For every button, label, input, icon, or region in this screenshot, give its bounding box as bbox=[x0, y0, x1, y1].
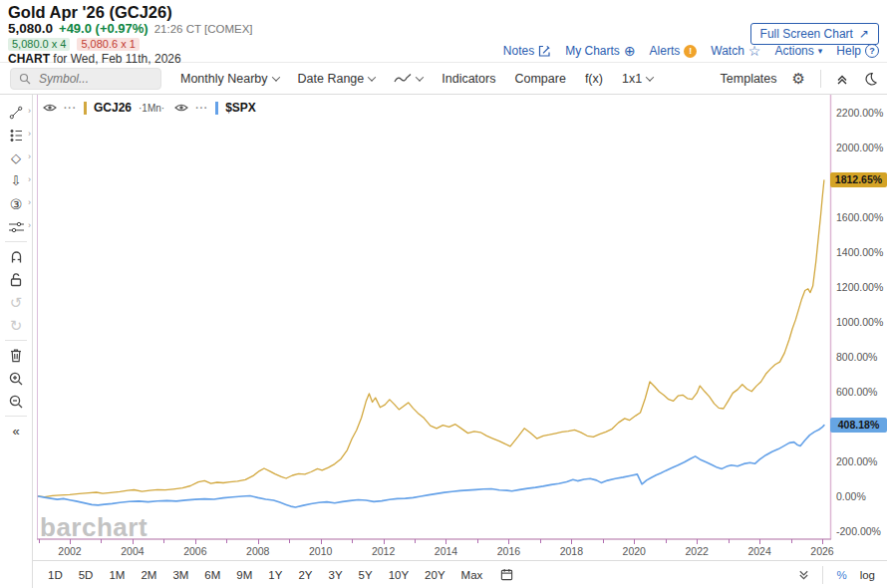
eye-visibility-icon[interactable] bbox=[43, 103, 57, 113]
chart-label: CHART bbox=[8, 52, 50, 66]
zoom-in-button[interactable] bbox=[0, 367, 32, 390]
range-button-2m[interactable]: 2M bbox=[141, 569, 156, 581]
series-color-swatch bbox=[84, 102, 87, 115]
date-range-dropdown[interactable]: Date Range bbox=[298, 72, 376, 86]
series-menu-dots[interactable]: ··· bbox=[64, 103, 77, 114]
range-button-1m[interactable]: 1M bbox=[109, 569, 125, 581]
collapse-sidebar-button[interactable]: « bbox=[0, 420, 32, 442]
range-button-6m[interactable]: 6M bbox=[204, 569, 220, 581]
wave-count-tool[interactable]: ③ › bbox=[0, 192, 32, 215]
tool-expand-chevron[interactable]: › bbox=[28, 152, 31, 161]
functions-button[interactable]: f(x) bbox=[585, 72, 603, 86]
range-button-20y[interactable]: 20Y bbox=[425, 569, 444, 581]
delete-drawings-button[interactable] bbox=[0, 344, 32, 367]
magnet-mode-tool[interactable] bbox=[0, 245, 32, 268]
fibonacci-tool[interactable]: › bbox=[0, 124, 32, 147]
quote-time: 21:26 CT [COMEX] bbox=[154, 22, 253, 36]
measure-tool[interactable]: › bbox=[0, 215, 32, 238]
star-icon: ☆ bbox=[748, 44, 761, 58]
range-button-3y[interactable]: 3Y bbox=[328, 569, 342, 581]
double-chevron-down-icon[interactable] bbox=[798, 569, 809, 580]
help-question-icon: ? bbox=[865, 44, 879, 58]
frequency-label: Monthly Nearby bbox=[180, 72, 268, 86]
log-scale-toggle[interactable]: log bbox=[860, 569, 875, 581]
tool-expand-chevron[interactable]: › bbox=[28, 130, 31, 139]
y-axis-tick-label: 200.00% bbox=[836, 455, 877, 467]
compare-label: Compare bbox=[514, 72, 565, 86]
symbol-search-input[interactable] bbox=[37, 71, 152, 87]
x-axis-minor-tick bbox=[791, 539, 792, 543]
zoom-out-button[interactable] bbox=[0, 390, 32, 413]
help-link[interactable]: Help ? bbox=[836, 44, 879, 58]
gcj26-line-series[interactable] bbox=[39, 180, 824, 497]
x-axis-tick-label: 2010 bbox=[309, 545, 332, 557]
range-button-1y[interactable]: 1Y bbox=[268, 569, 282, 581]
percent-scale-toggle[interactable]: % bbox=[836, 569, 846, 581]
alerts-link[interactable]: Alerts ! bbox=[650, 44, 698, 58]
divider bbox=[5, 340, 27, 341]
alerts-label: Alerts bbox=[650, 44, 681, 58]
undo-button[interactable]: ↺ bbox=[0, 291, 32, 314]
templates-button[interactable]: Templates bbox=[721, 72, 777, 86]
range-button-5y[interactable]: 5Y bbox=[359, 569, 373, 581]
frequency-dropdown[interactable]: Monthly Nearby bbox=[180, 72, 279, 86]
eye-visibility-icon[interactable] bbox=[174, 103, 188, 113]
drawing-tools-sidebar: › › ◇ › ⇩ › ③ › › bbox=[0, 95, 33, 588]
notes-link[interactable]: Notes bbox=[503, 44, 551, 58]
last-price: 5,080.0 bbox=[8, 22, 53, 36]
y-axis-tick-label: 800.00% bbox=[836, 351, 877, 363]
series-symbol[interactable]: GCJ26 bbox=[94, 101, 132, 115]
y-axis-tick-label: 1200.00% bbox=[836, 281, 883, 293]
series-menu-dots[interactable]: ··· bbox=[195, 103, 208, 114]
series-symbol[interactable]: $SPX bbox=[225, 101, 256, 115]
chart-column: ··· GCJ26 ·1Mn· ··· $SPX barchart 200220… bbox=[33, 95, 887, 588]
x-axis-tick-label: 2004 bbox=[121, 545, 144, 557]
x-axis-tick bbox=[384, 539, 385, 544]
layout-dropdown[interactable]: 1x1 bbox=[622, 72, 653, 86]
y-axis-price-scale[interactable]: 2200.00%2000.00%1600.00%1400.00%1200.00%… bbox=[831, 95, 887, 539]
range-button-1d[interactable]: 1D bbox=[48, 569, 63, 581]
range-button-10y[interactable]: 10Y bbox=[389, 569, 409, 581]
lock-drawings-tool[interactable] bbox=[0, 268, 32, 291]
full-screen-chart-label: Full Screen Chart bbox=[760, 27, 853, 41]
collapse-toolbar-button[interactable] bbox=[836, 73, 848, 85]
tool-expand-chevron[interactable]: › bbox=[28, 107, 31, 116]
x-axis-minor-tick bbox=[163, 539, 164, 543]
full-screen-chart-button[interactable]: Full Screen Chart ↗ bbox=[750, 23, 879, 45]
settings-button[interactable]: ⚙ bbox=[792, 71, 805, 86]
x-axis-tick bbox=[508, 539, 509, 544]
chart-type-dropdown[interactable] bbox=[394, 73, 423, 85]
search-icon bbox=[19, 73, 31, 85]
dark-mode-toggle[interactable] bbox=[863, 72, 877, 86]
range-button-9m[interactable]: 9M bbox=[236, 569, 252, 581]
trendline-tool[interactable]: › bbox=[0, 101, 32, 124]
watch-link[interactable]: Watch ☆ bbox=[711, 44, 760, 58]
spx-line-series[interactable] bbox=[39, 426, 824, 507]
y-axis-tick-label: 0.00% bbox=[836, 490, 866, 502]
redo-button[interactable]: ↻ bbox=[0, 314, 32, 337]
symbol-search-box[interactable] bbox=[10, 68, 161, 90]
compare-button[interactable]: Compare bbox=[514, 72, 565, 86]
notes-label: Notes bbox=[503, 44, 534, 58]
tool-expand-chevron[interactable]: › bbox=[28, 198, 31, 207]
annotation-arrow-tool[interactable]: ⇩ › bbox=[0, 169, 32, 192]
x-axis-tick bbox=[445, 539, 446, 544]
chevron-down-icon bbox=[416, 73, 424, 81]
x-axis-minor-tick bbox=[666, 539, 667, 543]
tool-expand-chevron[interactable]: › bbox=[28, 175, 31, 184]
range-button-max[interactable]: Max bbox=[461, 569, 483, 581]
barchart-chart-page: Gold Apr '26 (GCJ26) 5,080.0 +49.0 (+0.9… bbox=[0, 0, 887, 588]
my-charts-link[interactable]: My Charts ⊕ bbox=[565, 44, 635, 58]
calendar-icon[interactable] bbox=[500, 568, 513, 581]
chart-toolbar: Monthly Nearby Date Range Indicators Com… bbox=[0, 63, 887, 95]
shapes-tool[interactable]: ◇ › bbox=[0, 147, 32, 169]
range-button-3m[interactable]: 3M bbox=[172, 569, 188, 581]
divider bbox=[820, 70, 821, 88]
tool-expand-chevron[interactable]: › bbox=[28, 221, 31, 230]
chart-plot[interactable] bbox=[33, 95, 887, 560]
range-button-5d[interactable]: 5D bbox=[79, 569, 94, 581]
indicators-button[interactable]: Indicators bbox=[442, 72, 495, 86]
range-button-2y[interactable]: 2Y bbox=[298, 569, 312, 581]
actions-menu[interactable]: Actions ▾ bbox=[774, 44, 822, 58]
y-axis-tick-label: 1000.00% bbox=[836, 316, 883, 328]
